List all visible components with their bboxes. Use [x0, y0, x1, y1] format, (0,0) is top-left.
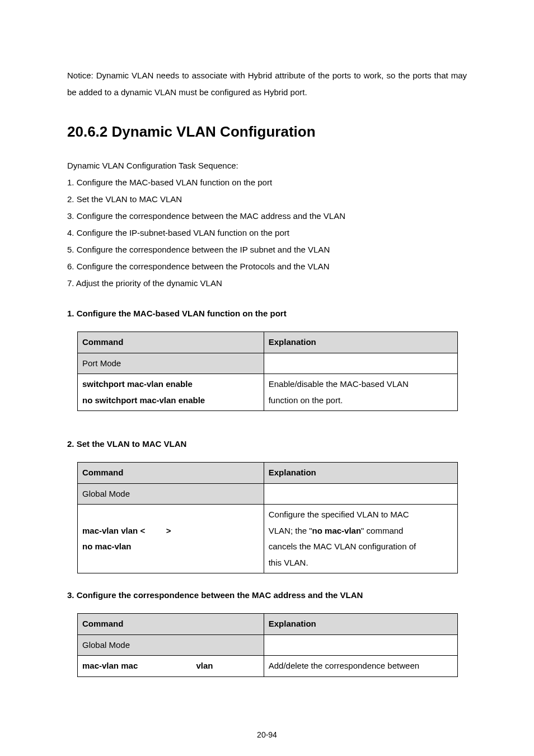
- exp-text: VLAN; the ": [269, 526, 312, 535]
- table-mode: Port Mode: [78, 353, 264, 374]
- table-header-exp: Explanation: [264, 463, 457, 484]
- exp-text: Configure the specified VLAN to MAC: [269, 510, 409, 519]
- table-header-cmd: Command: [78, 463, 264, 484]
- table-step2: Command Explanation Global Mode mac-vlan…: [77, 462, 458, 573]
- table-header-exp: Explanation: [264, 332, 457, 353]
- table-mode: Global Mode: [78, 634, 264, 656]
- table-header-cmd: Command: [78, 332, 264, 353]
- task-item: 2. Set the VLAN to MAC VLAN: [67, 191, 467, 208]
- cmd-text: >: [166, 526, 171, 535]
- table-empty: [264, 353, 457, 374]
- cmd-text: switchport mac-vlan enable: [82, 379, 193, 389]
- task-sequence: Dynamic VLAN Configuration Task Sequence…: [67, 157, 467, 292]
- task-item: 5. Configure the correspondence between …: [67, 241, 467, 258]
- task-item: 3. Configure the correspondence between …: [67, 208, 467, 225]
- intro-paragraph: Notice: Dynamic VLAN needs to associate …: [67, 67, 467, 101]
- section-heading: 20.6.2 Dynamic VLAN Configuration: [67, 123, 467, 141]
- exp-text: Enable/disable the MAC-based VLAN: [269, 379, 409, 389]
- table-cmd-cell: mac-vlan vlan < > no mac-vlan: [78, 505, 264, 573]
- exp-text: cancels the MAC VLAN configuration of: [269, 542, 416, 551]
- task-sequence-lead: Dynamic VLAN Configuration Task Sequence…: [67, 157, 467, 174]
- page-number: 20-94: [0, 730, 534, 739]
- table-header-cmd: Command: [78, 614, 264, 635]
- table-step1: Command Explanation Port Mode switchport…: [77, 332, 458, 411]
- step1-title: 1. Configure the MAC-based VLAN function…: [67, 309, 467, 318]
- exp-text: this VLAN.: [269, 558, 308, 567]
- task-item: 1. Configure the MAC-based VLAN function…: [67, 174, 467, 191]
- table-exp-cell: Enable/disable the MAC-based VLAN functi…: [264, 374, 457, 411]
- table-exp-cell: Add/delete the correspondence between: [264, 656, 457, 677]
- cmd-text: no switchport mac-vlan enable: [82, 395, 205, 405]
- table-step3: Command Explanation Global Mode mac-vlan…: [77, 613, 458, 677]
- step3-title: 3. Configure the correspondence between …: [67, 590, 467, 600]
- intro-text: Notice: Dynamic VLAN needs to associate …: [67, 67, 467, 101]
- exp-text: " command: [361, 526, 403, 535]
- step2-title: 2. Set the VLAN to MAC VLAN: [67, 439, 467, 449]
- task-item: 7. Adjust the priority of the dynamic VL…: [67, 275, 467, 292]
- table-cmd-cell: switchport mac-vlan enable no switchport…: [78, 374, 264, 411]
- task-item: 6. Configure the correspondence between …: [67, 258, 467, 275]
- cmd-text: mac-vlan mac: [82, 661, 138, 670]
- table-empty: [264, 483, 457, 505]
- table-empty: [264, 634, 457, 656]
- table-exp-cell: Configure the specified VLAN to MAC VLAN…: [264, 505, 457, 573]
- cmd-text: vlan: [196, 661, 213, 670]
- exp-text: function on the port.: [269, 395, 343, 405]
- table-mode: Global Mode: [78, 483, 264, 505]
- cmd-text: no mac-vlan: [82, 542, 132, 551]
- table-cmd-cell: mac-vlan mac vlan: [78, 656, 264, 677]
- table-header-exp: Explanation: [264, 614, 457, 635]
- cmd-text: mac-vlan vlan <: [82, 526, 145, 535]
- exp-bold: no mac-vlan: [312, 526, 362, 535]
- exp-text: Add/delete the correspondence between: [269, 661, 419, 670]
- task-item: 4. Configure the IP-subnet-based VLAN fu…: [67, 225, 467, 241]
